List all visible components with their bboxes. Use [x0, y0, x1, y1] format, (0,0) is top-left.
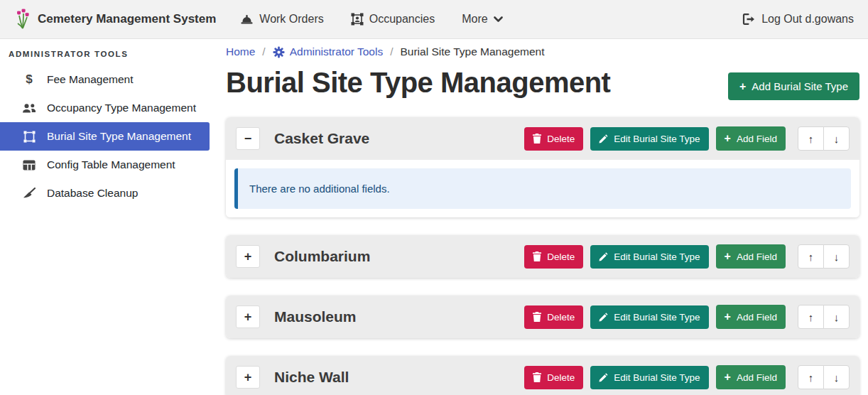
app-title: Cemetery Management System	[38, 12, 216, 26]
panel-header: − Casket Grave Delete Edit Burial Site T…	[226, 117, 859, 160]
expand-toggle-button[interactable]: +	[236, 245, 260, 268]
sidebar-item-burial-site-type-management[interactable]: Burial Site Type Management	[0, 122, 210, 151]
logout-icon	[742, 13, 755, 25]
edit-burial-site-type-button[interactable]: Edit Burial Site Type	[590, 245, 708, 269]
panel-casket-grave: − Casket Grave Delete Edit Burial Site T…	[226, 117, 859, 217]
add-field-button[interactable]: + Add Field	[716, 244, 786, 269]
panel-header: + Columbarium Delete Edit Burial Site Ty…	[226, 235, 859, 278]
logout-label: Log Out d.gowans	[761, 13, 854, 26]
panel-body: There are no additional fields.	[226, 160, 859, 217]
pencil-icon	[599, 313, 608, 322]
nav-item-label: Occupancies	[369, 13, 435, 26]
tulip-logo-icon	[14, 9, 31, 30]
trash-icon	[533, 251, 541, 261]
sidebar-item-label: Occupancy Type Management	[47, 102, 196, 114]
dollar-icon: $	[21, 72, 37, 87]
breadcrumb-admin-tools-link[interactable]: Administrator Tools	[273, 45, 384, 58]
edit-burial-site-type-button[interactable]: Edit Burial Site Type	[590, 127, 708, 151]
chevron-down-icon	[494, 16, 503, 23]
nav-item-more[interactable]: More	[462, 13, 502, 26]
add-burial-site-type-button[interactable]: + Add Burial Site Type	[728, 72, 859, 100]
expand-toggle-button[interactable]: +	[236, 366, 260, 389]
move-up-button[interactable]: ↑	[798, 365, 824, 389]
trash-icon	[533, 134, 541, 144]
broom-icon	[21, 188, 37, 199]
sidebar-heading: ADMINISTRATOR TOOLS	[0, 45, 210, 65]
collapse-toggle-button[interactable]: −	[236, 127, 260, 150]
add-field-button[interactable]: + Add Field	[716, 365, 786, 389]
top-navbar: Cemetery Management System Work Orders	[0, 0, 868, 39]
sidebar-item-label: Config Table Management	[47, 158, 175, 171]
panel-header: + Niche Wall Delete Edit Burial Site Typ…	[226, 356, 859, 395]
plus-icon: +	[725, 372, 731, 383]
page-title: Burial Site Type Management	[226, 67, 610, 99]
move-down-button[interactable]: ↓	[823, 244, 850, 269]
nav-links: Work Orders Occupancies More	[240, 13, 502, 26]
add-field-button[interactable]: + Add Field	[716, 305, 786, 329]
sidebar-item-config-table-management[interactable]: Config Table Management	[0, 151, 210, 179]
edit-burial-site-type-button[interactable]: Edit Burial Site Type	[590, 305, 708, 329]
move-up-button[interactable]: ↑	[798, 305, 824, 329]
expand-toggle-button[interactable]: +	[236, 305, 260, 328]
nav-item-work-orders[interactable]: Work Orders	[240, 13, 323, 26]
delete-button[interactable]: Delete	[524, 127, 583, 151]
sidebar: ADMINISTRATOR TOOLS $ Fee Management Occ…	[0, 40, 210, 395]
breadcrumb: Home / Administrator Tools / Burial Site…	[226, 45, 859, 58]
breadcrumb-separator: /	[390, 45, 393, 58]
pencil-icon	[599, 373, 608, 382]
delete-button[interactable]: Delete	[524, 245, 583, 269]
no-fields-alert: There are no additional fields.	[234, 168, 851, 209]
sidebar-item-label: Fee Management	[47, 73, 134, 86]
sidebar-item-fee-management[interactable]: $ Fee Management	[0, 65, 210, 94]
move-down-button[interactable]: ↓	[823, 305, 850, 329]
breadcrumb-current: Burial Site Type Management	[401, 45, 545, 58]
panel-columbarium: + Columbarium Delete Edit Burial Site Ty…	[226, 235, 859, 278]
panel-header: + Mausoleum Delete Edit Burial Site Type…	[226, 296, 859, 338]
delete-button[interactable]: Delete	[524, 366, 583, 389]
panel-title: Casket Grave	[274, 130, 369, 147]
brand[interactable]: Cemetery Management System	[14, 9, 216, 30]
burial-site-icon	[21, 131, 37, 143]
pencil-icon	[599, 252, 608, 261]
nav-item-label: Work Orders	[259, 13, 323, 26]
edit-burial-site-type-button[interactable]: Edit Burial Site Type	[590, 366, 708, 389]
panel-niche-wall: + Niche Wall Delete Edit Burial Site Typ…	[226, 356, 859, 395]
people-icon	[21, 103, 37, 114]
breadcrumb-label: Administrator Tools	[290, 45, 384, 58]
plus-icon: +	[725, 251, 731, 262]
plus-icon: +	[725, 311, 731, 323]
nav-item-label: More	[462, 13, 487, 26]
sidebar-item-label: Burial Site Type Management	[47, 130, 191, 143]
gear-icon	[273, 46, 285, 58]
nav-item-occupancies[interactable]: Occupancies	[351, 13, 435, 26]
panel-title: Niche Wall	[274, 369, 349, 386]
move-down-button[interactable]: ↓	[823, 365, 850, 389]
occupancy-frame-icon	[351, 13, 364, 26]
burial-site-type-list: − Casket Grave Delete Edit Burial Site T…	[226, 117, 859, 395]
trash-icon	[533, 372, 541, 382]
panel-title: Columbarium	[274, 248, 370, 265]
sidebar-item-occupancy-type-management[interactable]: Occupancy Type Management	[0, 94, 210, 122]
hard-hat-icon	[240, 13, 254, 26]
table-icon	[21, 160, 37, 171]
move-down-button[interactable]: ↓	[823, 126, 850, 151]
delete-button[interactable]: Delete	[524, 305, 583, 329]
logout-button[interactable]: Log Out d.gowans	[742, 13, 854, 26]
pencil-icon	[599, 134, 608, 144]
breadcrumb-home-link[interactable]: Home	[226, 45, 255, 58]
main-content: Home / Administrator Tools / Burial Site…	[226, 40, 859, 395]
plus-icon: +	[739, 81, 746, 92]
plus-icon: +	[725, 133, 731, 144]
move-up-button[interactable]: ↑	[798, 244, 824, 269]
sidebar-item-label: Database Cleanup	[47, 187, 138, 200]
panel-mausoleum: + Mausoleum Delete Edit Burial Site Type…	[226, 296, 859, 338]
move-up-button[interactable]: ↑	[798, 126, 824, 151]
trash-icon	[533, 312, 541, 322]
add-field-button[interactable]: + Add Field	[716, 126, 786, 151]
sidebar-item-database-cleanup[interactable]: Database Cleanup	[0, 179, 210, 207]
panel-title: Mausoleum	[274, 308, 357, 325]
breadcrumb-separator: /	[262, 45, 265, 58]
